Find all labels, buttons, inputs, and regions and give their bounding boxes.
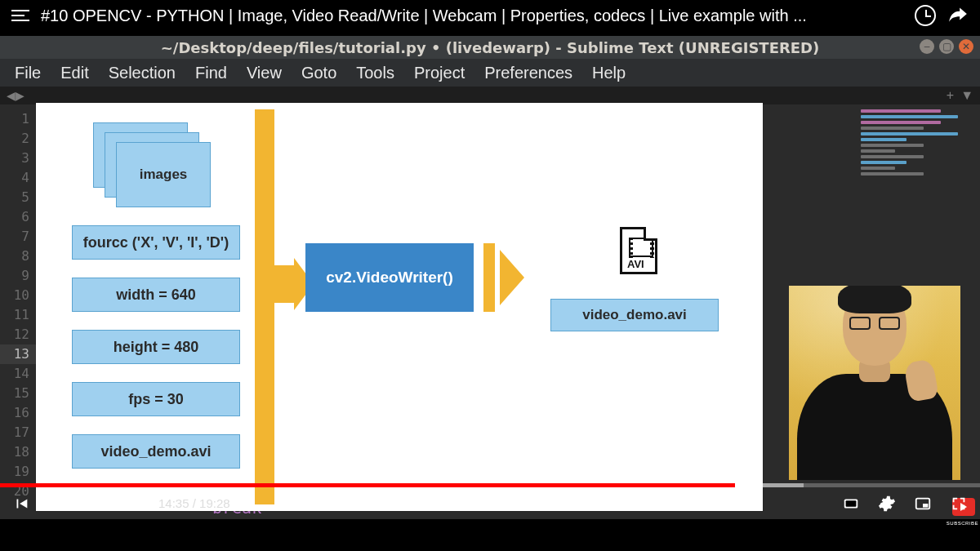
window-maximize-icon[interactable]: ▢ (939, 39, 954, 54)
captions-icon[interactable] (841, 494, 861, 513)
menu-help[interactable]: Help (582, 59, 635, 87)
line-number: 19 (0, 462, 29, 482)
menu-selection[interactable]: Selection (99, 59, 185, 87)
param-fps: fps = 30 (72, 382, 240, 416)
line-number: 4 (0, 168, 29, 188)
tab-dropdown-icon[interactable]: ▼ (960, 88, 973, 103)
svg-rect-5 (923, 504, 928, 508)
video-frame[interactable]: ~/Desktop/deep/files/tutorial.py • (live… (0, 31, 980, 519)
subscribe-label: SUBSCRIBE (947, 521, 978, 526)
line-number: 10 (0, 286, 29, 305)
images-stack-icon: images (93, 122, 216, 211)
share-icon[interactable] (947, 3, 969, 28)
images-label: images (116, 142, 211, 207)
menu-view[interactable]: View (237, 59, 292, 87)
player-controls: 14:35 / 19:28 (0, 487, 980, 519)
menu-goto[interactable]: Goto (292, 59, 346, 87)
line-number: 14 (0, 364, 29, 384)
line-number: 3 (0, 149, 29, 168)
previous-button[interactable] (11, 494, 31, 513)
line-number: 5 (0, 188, 29, 207)
video-title: #10 OPENCV - PYTHON | Image, Video Read/… (41, 7, 903, 25)
arrow-to-output-icon (483, 243, 524, 312)
line-gutter: 1 2 3 4 5 6 7 8 9 10 11 12 13 14 15 16 1… (0, 104, 36, 519)
menu-preferences[interactable]: Preferences (474, 59, 582, 87)
menu-edit[interactable]: Edit (51, 59, 98, 87)
theater-fullscreen-icon[interactable] (949, 494, 969, 513)
duration: 19:28 (199, 496, 230, 510)
param-outname: video_demo.avi (72, 434, 240, 469)
menu-file[interactable]: File (5, 59, 51, 87)
new-tab-icon[interactable]: + (947, 88, 954, 103)
param-fourcc: fourcc ('X', 'V', 'I', 'D') (72, 225, 240, 260)
line-number: 1 (0, 109, 29, 129)
presenter-webcam (789, 286, 960, 480)
sublime-titlebar: ~/Desktop/deep/files/tutorial.py • (live… (0, 36, 980, 59)
line-number: 13 (0, 344, 36, 364)
pause-button[interactable] (47, 494, 67, 513)
svg-rect-3 (846, 500, 857, 506)
collector-bar (255, 109, 274, 504)
param-width: width = 640 (72, 278, 240, 312)
settings-icon[interactable] (877, 494, 897, 513)
line-number: 2 (0, 129, 29, 149)
sublime-minimap[interactable] (861, 109, 975, 207)
diagram-slide: images fourcc ('X', 'V', 'I', 'D') width… (36, 103, 763, 511)
playlist-menu-icon[interactable] (11, 10, 29, 21)
avi-file-icon: AVI (620, 227, 662, 279)
output-file-card: video_demo.avi (550, 299, 719, 331)
current-time: 14:35 (158, 496, 189, 510)
line-number: 18 (0, 442, 29, 462)
line-number: 15 (0, 384, 29, 403)
miniplayer-icon[interactable] (913, 494, 933, 513)
line-number: 9 (0, 266, 29, 286)
sublime-menubar: File Edit Selection Find View Goto Tools… (0, 59, 980, 87)
param-height: height = 480 (72, 330, 240, 364)
line-number: 11 (0, 305, 29, 325)
time-display: 14:35 / 19:28 (158, 496, 230, 510)
avi-label: AVI (627, 258, 644, 270)
window-minimize-icon[interactable]: – (920, 39, 934, 54)
watch-later-icon[interactable] (915, 5, 936, 26)
sublime-title-text: ~/Desktop/deep/files/tutorial.py • (live… (161, 39, 820, 56)
menu-tools[interactable]: Tools (346, 59, 404, 87)
line-number: 12 (0, 325, 29, 344)
line-number: 8 (0, 247, 29, 266)
sublime-tabbar: ◀ ▶ + ▼ (0, 87, 980, 104)
menu-project[interactable]: Project (404, 59, 474, 87)
mute-icon[interactable] (119, 494, 139, 513)
window-close-icon[interactable]: ✕ (959, 39, 973, 54)
line-number: 7 (0, 227, 29, 247)
next-button[interactable] (83, 494, 103, 513)
line-number: 17 (0, 423, 29, 442)
tab-history-nav[interactable]: ◀ ▶ (7, 89, 23, 102)
videowriter-box: cv2.VideoWriter() (305, 243, 474, 312)
menu-find[interactable]: Find (185, 59, 237, 87)
line-number: 6 (0, 207, 29, 227)
line-number: 16 (0, 403, 29, 423)
